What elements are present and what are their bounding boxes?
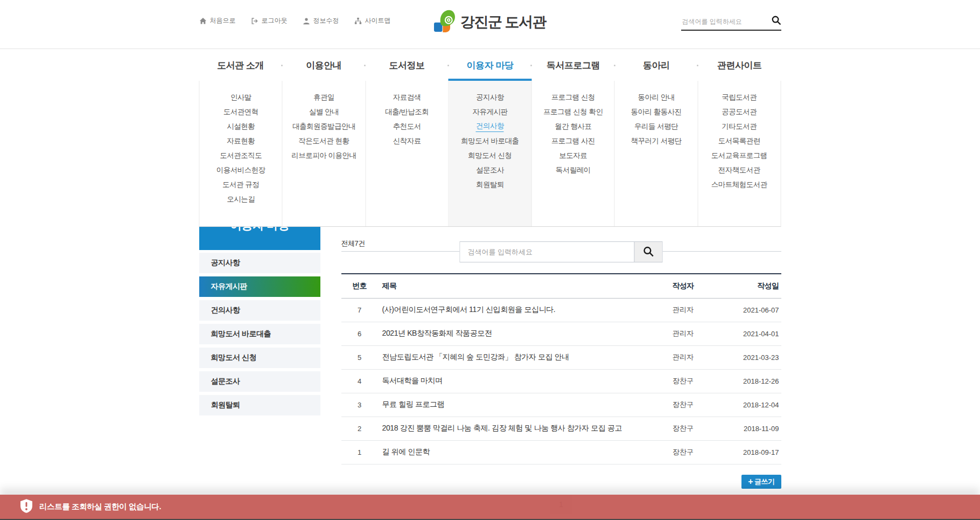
board-table: 번호 제목 작성자 작성일 7(사)어린이도서연구회에서 11기 신입회원을 모… (341, 273, 781, 464)
mega-menu-item[interactable]: 전자책도서관 (698, 163, 780, 177)
cell-date: 2021-04-01 (716, 322, 781, 345)
top-search-button[interactable] (771, 15, 781, 28)
sidebar-item[interactable]: 회원탈퇴 (199, 395, 320, 415)
nav-item-1[interactable]: 도서관 소개 (199, 49, 282, 81)
cell-date: 2021-03-23 (716, 345, 781, 369)
nav-item-2[interactable]: 이용안내 (282, 49, 365, 81)
sidebar-item[interactable]: 자유게시판 (199, 276, 320, 297)
mega-menu: 인사말도서관연혁시설현황자료현황도서관조직도이용서비스헌장도서관 규정오시는길휴… (199, 81, 781, 227)
mega-menu-item[interactable]: 이용서비스헌장 (200, 163, 282, 177)
mega-menu-item[interactable]: 도서목록관련 (698, 134, 780, 148)
sidebar-item[interactable]: 건의사항 (199, 300, 320, 321)
mega-menu-item[interactable]: 도서관조직도 (200, 148, 282, 163)
mega-menu-item[interactable]: 설문조사 (449, 163, 531, 177)
top-header: 처음으로로그아웃정보수정사이트맵 강진군 도서관 (0, 0, 980, 48)
cell-author: 장찬구 (651, 369, 716, 393)
mega-menu-item[interactable]: 회원탈퇴 (449, 177, 531, 192)
utility-link-label: 사이트맵 (365, 16, 391, 25)
utility-link-sitemap[interactable]: 사이트맵 (354, 16, 391, 25)
mega-menu-item[interactable]: 대출/반납조회 (366, 105, 448, 119)
post-title-link[interactable]: 전남도립도서관 「지혜의 숲 도민강좌」 참가자 모집 안내 (382, 352, 569, 361)
mega-column-6: 동아리 안내동아리 활동사진우리들 서평단책꾸러기 서평단 (615, 81, 698, 226)
board-search-button[interactable] (634, 242, 662, 262)
mega-menu-item[interactable]: 동아리 안내 (615, 90, 697, 105)
mega-menu-item[interactable]: 대출회원증발급안내 (283, 119, 365, 134)
mega-menu-item[interactable]: 국립도서관 (698, 90, 780, 105)
mega-menu-item[interactable]: 스마트체험도서관 (698, 177, 780, 192)
mega-menu-item[interactable]: 프로그램 신청 확인 (532, 105, 614, 119)
table-row: 62021년 KB창작동화제 작품공모전관리자2021-04-01 (341, 322, 781, 345)
table-header-row: 번호 제목 작성자 작성일 (341, 274, 781, 298)
post-title-link[interactable]: 무료 힐링 프로그램 (382, 400, 445, 408)
sidebar-item[interactable]: 설문조사 (199, 371, 320, 392)
mega-menu-item[interactable]: 프로그램 신청 (532, 90, 614, 105)
error-message: 리스트를 조회하실 권한이 없습니다. (39, 502, 161, 512)
mega-menu-item[interactable]: 동아리 활동사진 (615, 105, 697, 119)
mega-menu-item[interactable]: 자유게시판 (449, 105, 531, 119)
utility-link-profile[interactable]: 정보수정 (303, 16, 339, 25)
cell-no: 7 (341, 298, 378, 322)
mega-menu-item[interactable]: 책꾸러기 서평단 (615, 134, 697, 148)
mega-menu-item[interactable]: 도서관 규정 (200, 177, 282, 192)
mega-menu-item[interactable]: 월간 행사표 (532, 119, 614, 134)
mega-menu-item[interactable]: 오시는길 (200, 192, 282, 206)
post-title-link[interactable]: 2021년 KB창작동화제 작품공모전 (382, 329, 492, 337)
table-row: 7(사)어린이도서연구회에서 11기 신입회원을 모십니다.관리자2021-06… (341, 298, 781, 322)
mega-menu-item[interactable]: 보도자료 (532, 148, 614, 163)
user-icon (303, 17, 310, 25)
column-header-no: 번호 (341, 274, 378, 298)
utility-link-home[interactable]: 처음으로 (199, 16, 236, 25)
mega-menu-item[interactable]: 도서관연혁 (200, 105, 282, 119)
shield-alert-icon (20, 499, 32, 515)
write-button[interactable]: + 글쓰기 (741, 475, 781, 489)
mega-menu-item[interactable]: 공공도서관 (698, 105, 780, 119)
utility-link-logout[interactable]: 로그아웃 (251, 16, 288, 25)
mega-menu-item[interactable]: 시설현황 (200, 119, 282, 134)
mega-menu-item[interactable]: 독서릴레이 (532, 163, 614, 177)
mega-menu-item[interactable]: 기타도서관 (698, 119, 780, 134)
mega-menu-item[interactable]: 건의사항 (449, 119, 531, 134)
mega-menu-item[interactable]: 희망도서 바로대출 (449, 134, 531, 148)
post-title-link[interactable]: 길 위에 인문학 (382, 447, 430, 456)
post-title-link[interactable]: 2018 강진 뿜뿜 막걸리 나눔 축제. 김장 체험 및 나눔 행사 참가자 … (382, 424, 622, 432)
top-search-input[interactable] (681, 17, 771, 26)
mega-menu-item[interactable]: 프로그램 사진 (532, 134, 614, 148)
search-icon (771, 19, 781, 27)
board-search (460, 241, 663, 262)
mega-menu-item[interactable]: 추천도서 (366, 119, 448, 134)
cell-date: 2018-11-09 (716, 417, 781, 440)
post-title-link[interactable]: (사)어린이도서연구회에서 11기 신입회원을 모십니다. (382, 305, 556, 314)
utility-link-label: 정보수정 (313, 16, 339, 25)
sitemap-icon (354, 17, 362, 25)
post-title-link[interactable]: 독서대학을 마치며 (382, 376, 443, 385)
mega-menu-item[interactable]: 인사말 (200, 90, 282, 105)
mega-menu-item[interactable]: 도서교육프로그램 (698, 148, 780, 163)
utility-link-label: 로그아웃 (262, 16, 288, 25)
nav-item-5[interactable]: 독서프로그램 (531, 49, 614, 81)
nav-item-7[interactable]: 관련사이트 (698, 49, 781, 81)
mega-menu-item[interactable]: 휴관일 (283, 90, 365, 105)
mega-menu-item[interactable]: 리브로피아 이용안내 (283, 148, 365, 163)
mega-menu-item[interactable]: 신착자료 (366, 134, 448, 148)
mega-menu-item[interactable]: 자료현황 (200, 134, 282, 148)
cell-title: 전남도립도서관 「지혜의 숲 도민강좌」 참가자 모집 안내 (378, 345, 651, 369)
nav-item-6[interactable]: 동아리 (615, 49, 698, 81)
cell-title: 길 위에 인문학 (378, 440, 651, 464)
mega-menu-item[interactable]: 우리들 서평단 (615, 119, 697, 134)
sidebar-item[interactable]: 희망도서 바로대출 (199, 324, 320, 344)
mega-menu-item[interactable]: 희망도서 신청 (449, 148, 531, 163)
sidebar-item[interactable]: 희망도서 신청 (199, 348, 320, 368)
mega-menu-item[interactable]: 공지사항 (449, 90, 531, 105)
site-logo[interactable]: 강진군 도서관 (434, 9, 546, 35)
cell-title: 2021년 KB창작동화제 작품공모전 (378, 322, 651, 345)
mega-menu-item[interactable]: 실별 안내 (283, 105, 365, 119)
mega-menu-item[interactable]: 자료검색 (366, 90, 448, 105)
table-row: 4독서대학을 마치며장찬구2018-12-26 (341, 369, 781, 393)
sidebar-item[interactable]: 공지사항 (199, 253, 320, 273)
nav-item-4[interactable]: 이용자 마당 (449, 49, 531, 81)
total-count: 전체7건 (341, 239, 365, 248)
board-search-input[interactable] (460, 242, 634, 262)
cell-no: 1 (341, 440, 378, 464)
nav-item-3[interactable]: 도서정보 (365, 49, 448, 81)
mega-menu-item[interactable]: 작은도서관 현황 (283, 134, 365, 148)
